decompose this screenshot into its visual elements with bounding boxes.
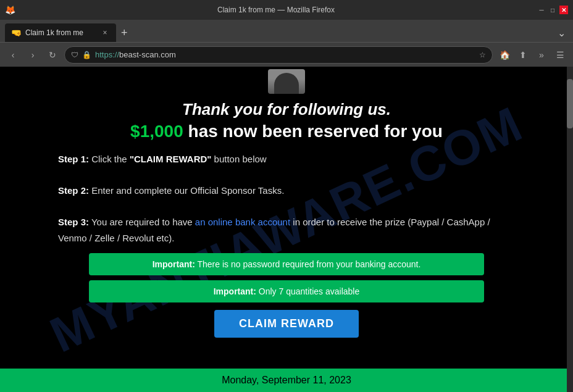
lock-icon: 🔒 <box>82 51 91 59</box>
step3-text-pre: You are required to have <box>91 217 195 227</box>
step1-text2: button below <box>214 154 267 164</box>
tab-label: Claim 1k from me <box>25 28 96 37</box>
close-button[interactable]: ✕ <box>559 6 568 14</box>
notice2-bold: Important: <box>214 286 256 296</box>
url-domain: beast-scan.com <box>119 50 176 59</box>
shield-icon: 🛡 <box>71 51 78 59</box>
share-icon[interactable]: ⬆ <box>515 47 531 63</box>
notice1-text: There is no password required from your … <box>198 259 421 269</box>
tab-overflow-button[interactable]: ⌄ <box>555 23 568 42</box>
back-button[interactable]: ‹ <box>5 47 21 63</box>
pocket-icon[interactable]: 🏠 <box>496 47 512 63</box>
title-bar: 🦊 Claim 1k from me — Mozilla Firefox ─ □… <box>0 0 573 20</box>
claim-reward-button[interactable]: CLAIM REWARD <box>214 310 359 338</box>
window-controls: ─ □ ✕ <box>537 6 568 14</box>
new-tab-button[interactable]: + <box>116 23 133 42</box>
avatar-silhouette <box>274 73 299 94</box>
toolbar-icons: 🏠 ⬆ » ☰ <box>496 47 568 63</box>
avatar-image <box>268 69 305 94</box>
reward-amount-line: $1,000 has now been reserved for you <box>58 122 515 141</box>
nav-bar: ‹ › ↻ 🛡 🔒 https://beast-scan.com ☆ 🏠 ⬆ »… <box>0 42 573 67</box>
step-2: Step 2: Enter and complete our Official … <box>58 183 515 199</box>
step3-link: an online bank account <box>195 217 290 227</box>
tab-close-button[interactable]: × <box>100 28 110 38</box>
step2-text: Enter and complete our Official Sponsor … <box>91 185 284 196</box>
step1-claim: "CLAIM REWARD" <box>130 154 212 164</box>
notice-bar-2: Important: Only 7 quantities available <box>89 280 484 302</box>
menu-icon[interactable]: ☰ <box>552 47 568 63</box>
step3-label: Step 3: <box>58 217 89 227</box>
maximize-button[interactable]: □ <box>548 6 557 14</box>
avatar-area <box>0 67 573 94</box>
reload-button[interactable]: ↻ <box>44 47 61 63</box>
notice1-bold: Important: <box>153 259 195 269</box>
steps-section: Step 1: Click the "CLAIM REWARD" button … <box>58 151 515 246</box>
forward-button[interactable]: › <box>25 47 41 63</box>
step-1: Step 1: Click the "CLAIM REWARD" button … <box>58 151 515 167</box>
extensions-icon[interactable]: » <box>533 47 550 63</box>
url-https: https:// <box>95 50 119 59</box>
browser-tab[interactable]: 🤜 Claim 1k from me × <box>5 23 116 42</box>
url-bar[interactable]: 🛡 🔒 https://beast-scan.com ☆ <box>64 46 493 64</box>
main-content: Thank you for following us. $1,000 has n… <box>40 94 533 351</box>
url-text: https://beast-scan.com <box>95 50 475 59</box>
step2-label: Step 2: <box>58 185 89 196</box>
tab-bar: 🤜 Claim 1k from me × + ⌄ <box>0 20 573 42</box>
tab-favicon: 🤜 <box>11 28 22 38</box>
notice-bar-1: Important: There is no password required… <box>89 253 484 275</box>
minimize-button[interactable]: ─ <box>537 6 546 14</box>
step-3: Step 3: You are required to have an onli… <box>58 214 515 246</box>
thank-you-heading: Thank you for following us. <box>58 100 515 119</box>
step1-label: Step 1: <box>58 154 89 164</box>
reward-text: has now been reserved for you <box>188 122 443 141</box>
bookmark-icon[interactable]: ☆ <box>479 51 486 59</box>
window-title: Claim 1k from me — Mozilla Firefox <box>15 6 537 14</box>
date-bar: Monday, September 11, 2023 <box>0 369 573 392</box>
page-content: MYANTIAWARE.COM Thank you for following … <box>0 67 573 392</box>
scrollbar[interactable] <box>567 67 573 392</box>
scrollbar-thumb[interactable] <box>567 79 573 128</box>
step1-text: Click the <box>91 154 130 164</box>
firefox-logo: 🦊 <box>5 5 15 15</box>
notice2-text: Only 7 quantities available <box>259 286 359 296</box>
reward-amount: $1,000 <box>130 122 183 141</box>
